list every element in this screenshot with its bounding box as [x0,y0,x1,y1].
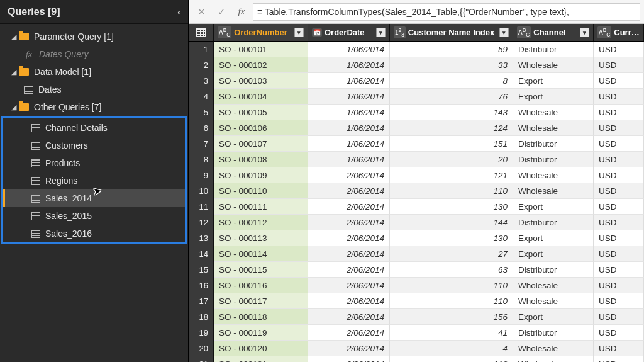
table-row[interactable]: 7SO - 0001071/06/2014151DistributorUSD [189,136,644,152]
cell-currency[interactable]: USD [594,309,644,325]
grid-body[interactable]: 1SO - 0001011/06/201459DistributorUSD2SO… [189,42,644,362]
cell-orderdate[interactable]: 1/06/2014 [308,136,390,152]
cell-orderdate[interactable]: 1/06/2014 [308,152,390,167]
cell-channel[interactable]: Export [513,309,594,325]
query-channel-details[interactable]: Channel Details [3,119,185,137]
cell-ordernumber[interactable]: SO - 000119 [214,325,308,341]
query-regions[interactable]: Regions [3,172,185,189]
cell-orderdate[interactable]: 1/06/2014 [308,89,390,105]
cell-ordernumber[interactable]: SO - 000109 [214,167,308,183]
cell-ordernumber[interactable]: SO - 000104 [214,89,308,105]
row-number[interactable]: 9 [189,167,214,183]
cell-currency[interactable]: USD [594,325,644,341]
row-number[interactable]: 19 [189,325,214,341]
cell-currency[interactable]: USD [594,120,644,136]
cell-currency[interactable]: USD [594,152,644,167]
cell-customernameindex[interactable]: 156 [390,309,513,325]
cell-orderdate[interactable]: 2/06/2014 [308,199,390,215]
row-number[interactable]: 8 [189,152,214,167]
cell-ordernumber[interactable]: SO - 000118 [214,309,308,325]
cell-currency[interactable]: USD [594,356,644,362]
cell-currency[interactable]: USD [594,199,644,215]
cell-channel[interactable]: Export [513,89,594,105]
cell-currency[interactable]: USD [594,278,644,293]
cell-ordernumber[interactable]: SO - 000110 [214,183,308,199]
cell-orderdate[interactable]: 2/06/2014 [308,167,390,183]
folder-data-model[interactable]: ◢ Data Model [1] [0,63,188,81]
table-row[interactable]: 5SO - 0001051/06/2014143WholesaleUSD [189,105,644,120]
cell-ordernumber[interactable]: SO - 000116 [214,278,308,293]
cell-currency[interactable]: USD [594,262,644,278]
cell-orderdate[interactable]: 2/06/2014 [308,262,390,278]
row-number[interactable]: 7 [189,136,214,152]
query-sales-2015[interactable]: Sales_2015 [3,207,185,225]
cell-customernameindex[interactable]: 20 [390,152,513,167]
column-filter-dropdown[interactable]: ▾ [499,28,509,37]
row-number[interactable]: 6 [189,120,214,136]
query-dates-query[interactable]: fx Dates Query [0,45,188,63]
cell-orderdate[interactable]: 1/06/2014 [308,57,390,73]
cell-ordernumber[interactable]: SO - 000105 [214,105,308,120]
cell-channel[interactable]: Export [513,199,594,215]
cell-channel[interactable]: Export [513,246,594,262]
column-filter-dropdown[interactable]: ▾ [376,28,386,37]
cell-channel[interactable]: Wholesale [513,105,594,120]
cell-ordernumber[interactable]: SO - 000113 [214,230,308,246]
cell-ordernumber[interactable]: SO - 000120 [214,341,308,356]
table-row[interactable]: 4SO - 0001041/06/201476ExportUSD [189,89,644,105]
column-header-ordernumber[interactable]: ABC OrderNumber ▾ [214,24,308,41]
cell-customernameindex[interactable]: 41 [390,325,513,341]
cell-customernameindex[interactable]: 27 [390,246,513,262]
cell-ordernumber[interactable]: SO - 000121 [214,356,308,362]
folder-other-queries[interactable]: ◢ Other Queries [7] [0,98,188,116]
cell-ordernumber[interactable]: SO - 000117 [214,293,308,309]
cell-customernameindex[interactable]: 110 [390,183,513,199]
cell-orderdate[interactable]: 2/06/2014 [308,356,390,362]
cell-currency[interactable]: USD [594,136,644,152]
table-row[interactable]: 13SO - 0001132/06/2014130ExportUSD [189,230,644,246]
cell-customernameindex[interactable]: 144 [390,215,513,230]
cell-customernameindex[interactable]: 112 [390,356,513,362]
cell-orderdate[interactable]: 2/06/2014 [308,246,390,262]
cell-customernameindex[interactable]: 33 [390,57,513,73]
row-number[interactable]: 1 [189,42,214,57]
collapse-pane-button[interactable]: ‹ [177,7,180,17]
folder-parameter-query[interactable]: ◢ Parameter Query [1] [0,28,188,45]
cell-ordernumber[interactable]: SO - 000102 [214,57,308,73]
query-products[interactable]: Products [3,154,185,172]
cell-channel[interactable]: Wholesale [513,57,594,73]
row-number[interactable]: 14 [189,246,214,262]
cell-channel[interactable]: Wholesale [513,356,594,362]
query-sales-2014[interactable]: Sales_2014 [3,189,185,207]
cell-customernameindex[interactable]: 130 [390,230,513,246]
cell-customernameindex[interactable]: 110 [390,293,513,309]
row-number[interactable]: 5 [189,105,214,120]
cell-channel[interactable]: Wholesale [513,120,594,136]
table-row[interactable]: 1SO - 0001011/06/201459DistributorUSD [189,42,644,57]
cell-channel[interactable]: Distributor [513,325,594,341]
table-row[interactable]: 12SO - 0001122/06/2014144DistributorUSD [189,215,644,230]
table-row[interactable]: 6SO - 0001061/06/2014124WholesaleUSD [189,120,644,136]
cell-customernameindex[interactable]: 130 [390,199,513,215]
cell-ordernumber[interactable]: SO - 000111 [214,199,308,215]
column-header-currency[interactable]: ABC Currency [594,24,644,41]
cell-orderdate[interactable]: 1/06/2014 [308,73,390,89]
cell-currency[interactable]: USD [594,246,644,262]
cell-orderdate[interactable]: 1/06/2014 [308,105,390,120]
row-number[interactable]: 21 [189,356,214,362]
cell-channel[interactable]: Export [513,73,594,89]
column-header-orderdate[interactable]: 📅 OrderDate ▾ [308,24,390,41]
table-row[interactable]: 17SO - 0001172/06/2014110WholesaleUSD [189,293,644,309]
cell-currency[interactable]: USD [594,89,644,105]
query-sales-2016[interactable]: Sales_2016 [3,225,185,242]
formula-cancel-button[interactable]: ✕ [192,3,210,21]
row-number[interactable]: 13 [189,230,214,246]
table-row[interactable]: 19SO - 0001192/06/201441DistributorUSD [189,325,644,341]
cell-ordernumber[interactable]: SO - 000101 [214,42,308,57]
cell-channel[interactable]: Distributor [513,136,594,152]
cell-channel[interactable]: Wholesale [513,167,594,183]
cell-ordernumber[interactable]: SO - 000103 [214,73,308,89]
row-number[interactable]: 2 [189,57,214,73]
cell-customernameindex[interactable]: 59 [390,42,513,57]
row-number[interactable]: 11 [189,199,214,215]
